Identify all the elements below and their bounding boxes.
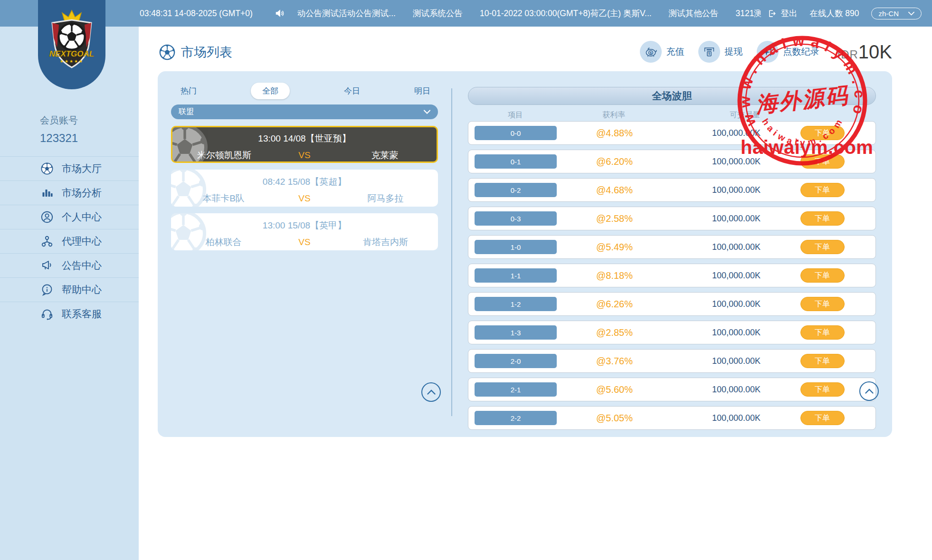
- home-team: 本菲卡B队: [171, 192, 276, 205]
- home-team: 柏林联合: [171, 236, 276, 248]
- place-order-button[interactable]: 下单: [800, 382, 845, 397]
- recharge-button[interactable]: $ 充值: [640, 41, 684, 63]
- sidebar-item-announcement-center[interactable]: 公告中心: [0, 253, 139, 277]
- tab-all[interactable]: 全部: [251, 83, 290, 99]
- match-card[interactable]: 08:42 15/08【英超】 本菲卡B队 VS 阿马多拉: [171, 170, 438, 207]
- match-list-column: 热门 全部 今日 明日 联盟 13:00 14/08【世亚预】 米尔顿凯恩斯 V…: [171, 83, 438, 250]
- tradable-volume: 100,000.00K: [666, 242, 768, 252]
- match-time-league: 08:42 15/08【英超】: [171, 176, 438, 188]
- headset-icon: [41, 308, 53, 320]
- sidebar-item-market-analysis[interactable]: 市场分析: [0, 180, 139, 205]
- score-option-button[interactable]: 0-0: [475, 126, 557, 140]
- tradable-volume: 100,000.00K: [666, 185, 768, 195]
- profit-rate: @6.20%: [563, 156, 666, 167]
- logout-icon: [768, 9, 777, 18]
- score-option-button[interactable]: 1-3: [475, 325, 557, 340]
- score-option-button[interactable]: 2-2: [475, 411, 557, 425]
- vs-label: VS: [276, 150, 333, 161]
- withdraw-button[interactable]: $ 提现: [698, 41, 742, 63]
- score-option-button[interactable]: 0-2: [475, 183, 557, 197]
- panel-divider: [451, 88, 452, 416]
- sidebar: 会员账号 123321 市场大厅 市场分析 个人中心: [0, 27, 139, 560]
- sidebar-item-personal-center[interactable]: 个人中心: [0, 205, 139, 229]
- match-card[interactable]: 13:00 14/08【世亚预】 米尔顿凯恩斯 VS 克莱蒙: [171, 126, 438, 163]
- place-order-button[interactable]: 下单: [800, 240, 845, 254]
- tradable-volume: 100,000.00K: [666, 356, 768, 366]
- score-option-button[interactable]: 0-3: [475, 211, 557, 226]
- announcement-ticker: 动公告测试活动公告测试... 测试系统公告 10-01-2022 03:00:0…: [297, 8, 761, 19]
- column-header-item: 项目: [468, 110, 563, 120]
- place-order-button[interactable]: 下单: [800, 154, 845, 169]
- language-select[interactable]: zh-CN: [871, 8, 922, 19]
- sparkles-icon: [757, 41, 779, 63]
- score-option-button[interactable]: 2-1: [475, 382, 557, 397]
- odds-row: 2-2 @5.05% 100,000.00K 下单: [468, 406, 876, 430]
- sidebar-item-label: 市场大厅: [62, 162, 102, 175]
- vs-label: VS: [276, 237, 333, 247]
- match-card[interactable]: 13:00 15/08【英甲】 柏林联合 VS 肯塔吉内斯: [171, 213, 438, 250]
- tab-today[interactable]: 今日: [344, 83, 360, 99]
- soccer-ball-icon: [159, 44, 175, 60]
- atm-withdraw-icon: $: [698, 41, 720, 63]
- announcement-item[interactable]: 测试其他公告: [669, 8, 719, 19]
- sidebar-item-help-center[interactable]: 帮助中心: [0, 277, 139, 302]
- sidebar-item-market-hall[interactable]: 市场大厅: [0, 156, 139, 180]
- tradable-volume: 100,000.00K: [666, 413, 768, 423]
- help-info-icon: [41, 284, 53, 296]
- place-order-button[interactable]: 下单: [800, 411, 845, 425]
- score-option-button[interactable]: 1-2: [475, 297, 557, 311]
- clock-text: 03:48:31 14-08-2025 (GMT+0): [140, 9, 253, 19]
- svg-text:$: $: [709, 52, 711, 56]
- brand-logo[interactable]: NEXTGOAL ★★★★★: [38, 0, 105, 89]
- scroll-top-button-left[interactable]: [421, 382, 441, 402]
- place-order-button[interactable]: 下单: [800, 211, 845, 226]
- score-option-button[interactable]: 1-1: [475, 268, 557, 283]
- tab-tomorrow[interactable]: 明日: [414, 83, 430, 99]
- balance-currency: IDR: [837, 48, 858, 61]
- chevron-down-icon: [908, 11, 914, 16]
- odds-panel-title: 全场波胆: [468, 87, 876, 105]
- league-filter-label: 联盟: [179, 107, 194, 117]
- tradable-volume: 100,000.00K: [666, 128, 768, 138]
- svg-text:$: $: [650, 51, 652, 55]
- odds-row: 0-2 @4.68% 100,000.00K 下单: [468, 178, 876, 202]
- profit-rate: @2.85%: [563, 327, 666, 338]
- sidebar-item-label: 个人中心: [62, 210, 102, 224]
- score-option-button[interactable]: 0-1: [475, 154, 557, 169]
- announcement-item[interactable]: 10-01-2022 03:00:00(GMT+8)荷乙(主) 奥斯V...: [480, 8, 652, 19]
- league-filter-select[interactable]: 联盟: [171, 104, 438, 119]
- odds-row: 2-1 @5.60% 100,000.00K 下单: [468, 378, 876, 401]
- scroll-top-button-right[interactable]: [859, 381, 879, 401]
- sidebar-menu: 市场大厅 市场分析 个人中心 代理中心: [0, 156, 139, 326]
- place-order-button[interactable]: 下单: [800, 297, 845, 311]
- odds-row: 1-0 @5.49% 100,000.00K 下单: [468, 235, 876, 259]
- bar-chart-icon: [41, 187, 53, 199]
- announcement-item[interactable]: 动公告测试活动公告测试...: [297, 8, 396, 19]
- soccer-ball-icon: [41, 162, 53, 175]
- tradable-volume: 100,000.00K: [666, 214, 768, 224]
- score-option-button[interactable]: 1-0: [475, 240, 557, 254]
- tradable-volume: 100,000.00K: [666, 157, 768, 167]
- announcement-item[interactable]: 3121测试活动公告: [736, 8, 761, 19]
- sidebar-item-contact-support[interactable]: 联系客服: [0, 302, 139, 326]
- announcement-item[interactable]: 测试系统公告: [413, 8, 463, 19]
- language-value: zh-CN: [878, 9, 899, 18]
- points-record-button[interactable]: 点数纪录: [757, 41, 819, 63]
- topbar-right-controls: 登出 在线人数 890 zh-CN: [768, 8, 932, 19]
- place-order-button[interactable]: 下单: [800, 268, 845, 283]
- odds-table-header: 项目 获利率 可交易量: [468, 109, 876, 121]
- tab-hot[interactable]: 热门: [181, 83, 197, 99]
- logout-button[interactable]: 登出: [768, 8, 797, 19]
- app-screen: 03:48:31 14-08-2025 (GMT+0) 动公告测试活动公告测试.…: [0, 0, 932, 560]
- piggy-bank-icon: $: [640, 41, 662, 63]
- member-account-id: 123321: [40, 132, 139, 145]
- sidebar-item-agent-center[interactable]: 代理中心: [0, 229, 139, 253]
- place-order-button[interactable]: 下单: [800, 325, 845, 340]
- place-order-button[interactable]: 下单: [800, 354, 845, 368]
- place-order-button[interactable]: 下单: [800, 126, 845, 140]
- away-team: 阿马多拉: [333, 192, 438, 205]
- place-order-button[interactable]: 下单: [800, 183, 845, 197]
- score-option-button[interactable]: 2-0: [475, 354, 557, 368]
- sidebar-item-label: 联系客服: [62, 307, 102, 321]
- vs-label: VS: [276, 193, 333, 204]
